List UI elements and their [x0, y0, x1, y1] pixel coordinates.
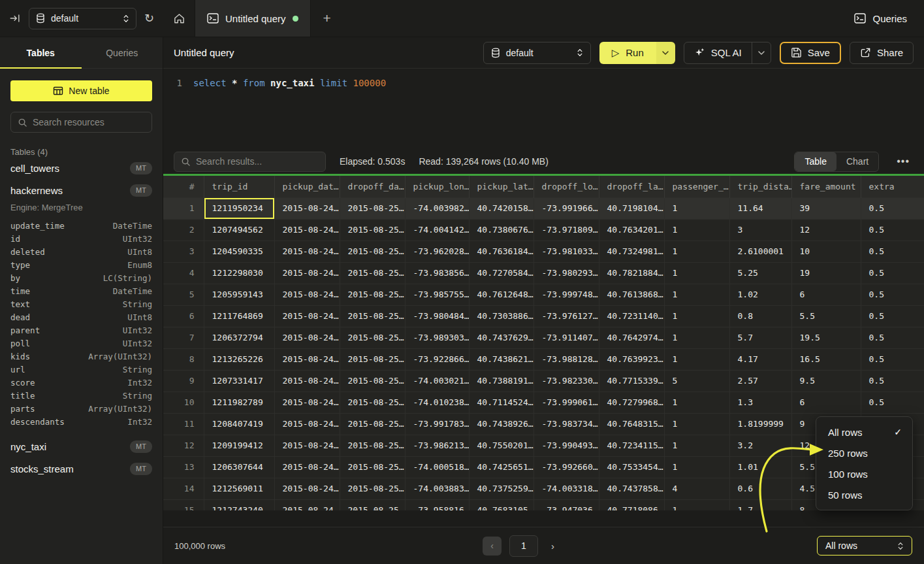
data-cell[interactable]: -73.981033…	[534, 241, 599, 262]
data-cell[interactable]: 1	[664, 456, 729, 478]
collapse-sidebar-icon[interactable]	[9, 12, 21, 24]
data-cell[interactable]: 1.8199999	[729, 413, 791, 435]
data-cell[interactable]: 0.5	[861, 348, 924, 370]
data-cell[interactable]: 1212743240	[204, 499, 274, 510]
column-header-pickup_lat[interactable]: pickup_lat…	[469, 176, 534, 197]
data-cell[interactable]: 2015-08-24…	[274, 262, 340, 284]
data-cell[interactable]: 1	[664, 499, 729, 510]
row-index-cell[interactable]: 5	[163, 284, 204, 305]
data-cell[interactable]: -73.971809…	[534, 219, 599, 241]
view-toggle-table[interactable]: Table	[795, 152, 836, 171]
row-index-cell[interactable]: 7	[163, 327, 204, 348]
data-cell[interactable]: -74.003883…	[405, 478, 469, 499]
save-button[interactable]: Save	[780, 42, 841, 64]
data-cell[interactable]: 2015-08-25…	[340, 499, 405, 510]
column-header-dropoff_da[interactable]: dropoff_da…	[340, 176, 405, 197]
data-cell[interactable]: 40.7437858…	[599, 478, 664, 499]
data-cell[interactable]: -74.004142…	[405, 219, 469, 241]
data-cell[interactable]: 1	[664, 262, 729, 284]
share-button[interactable]: Share	[850, 42, 914, 64]
data-cell[interactable]: 2015-08-24…	[274, 219, 340, 241]
data-cell[interactable]: 5	[664, 370, 729, 391]
data-cell[interactable]: 2015-08-24…	[274, 197, 340, 219]
data-cell[interactable]: 1204590335	[204, 241, 274, 262]
data-cell[interactable]: 1207494562	[204, 219, 274, 241]
data-cell[interactable]: 40.7279968…	[599, 391, 664, 413]
data-cell[interactable]: 40.7438621…	[469, 348, 534, 370]
data-cell[interactable]: 40.7114524…	[469, 391, 534, 413]
data-cell[interactable]: 0.5	[861, 241, 924, 262]
data-cell[interactable]: 2.57	[729, 370, 791, 391]
data-cell[interactable]: 40.7612648…	[469, 284, 534, 305]
data-cell[interactable]: 1206372794	[204, 327, 274, 348]
data-cell[interactable]: 40.7231140…	[599, 305, 664, 327]
data-cell[interactable]: 2.6100001	[729, 241, 791, 262]
row-index-cell[interactable]: 4	[163, 262, 204, 284]
sql-ai-caret[interactable]	[752, 42, 771, 63]
data-cell[interactable]: 0.5	[861, 327, 924, 348]
data-cell[interactable]: 5.25	[729, 262, 791, 284]
page-size-option-all-rows[interactable]: All rows✓	[816, 422, 912, 442]
data-cell[interactable]: 40.7438926…	[469, 413, 534, 435]
data-cell[interactable]: 2015-08-25…	[340, 284, 405, 305]
row-index-cell[interactable]: 14	[163, 478, 204, 499]
data-cell[interactable]: -74.003982…	[405, 197, 469, 219]
data-cell[interactable]: 39	[791, 197, 861, 219]
row-index-cell[interactable]: 10	[163, 391, 204, 413]
data-cell[interactable]: 16.5	[791, 348, 861, 370]
column-header-passenger_[interactable]: passenger_…	[664, 176, 729, 197]
data-cell[interactable]: 0.6	[729, 478, 791, 499]
data-cell[interactable]: 2015-08-24…	[274, 391, 340, 413]
data-cell[interactable]: 1	[664, 197, 729, 219]
data-cell[interactable]: 0.8	[729, 305, 791, 327]
data-cell[interactable]: 40.7821884…	[599, 262, 664, 284]
data-cell[interactable]: 2015-08-25…	[340, 478, 405, 499]
data-cell[interactable]: 40.7198104…	[599, 197, 664, 219]
row-index-cell[interactable]: 11	[163, 413, 204, 435]
data-cell[interactable]: 40.7437629…	[469, 327, 534, 348]
data-cell[interactable]: -73.922866…	[405, 348, 469, 370]
data-cell[interactable]: -74.003021…	[405, 370, 469, 391]
data-cell[interactable]: 2015-08-24…	[274, 478, 340, 499]
data-cell[interactable]: -73.947036…	[534, 499, 599, 510]
refresh-icon[interactable]: ↻	[144, 11, 154, 25]
data-cell[interactable]: 1208407419	[204, 413, 274, 435]
data-cell[interactable]: 3.2	[729, 435, 791, 456]
search-results-input[interactable]	[196, 156, 319, 167]
row-index-cell[interactable]: 9	[163, 370, 204, 391]
data-cell[interactable]: 2015-08-24…	[274, 499, 340, 510]
data-cell[interactable]: 19	[791, 262, 861, 284]
data-cell[interactable]: 4.17	[729, 348, 791, 370]
data-cell[interactable]: -73.976127…	[534, 305, 599, 327]
column-header-pickup_lon[interactable]: pickup_lon…	[405, 176, 469, 197]
data-cell[interactable]: 1.02	[729, 284, 791, 305]
data-cell[interactable]: 11.64	[729, 197, 791, 219]
data-cell[interactable]: 1	[664, 241, 729, 262]
data-cell[interactable]: 2015-08-24…	[274, 284, 340, 305]
database-selector[interactable]: default	[29, 8, 136, 29]
data-cell[interactable]: -73.983734…	[534, 413, 599, 435]
data-cell[interactable]: 40.7613868…	[599, 284, 664, 305]
data-cell[interactable]: 5.7	[729, 327, 791, 348]
data-cell[interactable]: 1206307644	[204, 456, 274, 478]
data-cell[interactable]: -73.982330…	[534, 370, 599, 391]
data-cell[interactable]: 2015-08-25…	[340, 262, 405, 284]
data-cell[interactable]: 2015-08-24…	[274, 413, 340, 435]
data-cell[interactable]: -73.980484…	[405, 305, 469, 327]
data-cell[interactable]: 1209199412	[204, 435, 274, 456]
data-cell[interactable]: 2015-08-25…	[340, 391, 405, 413]
data-cell[interactable]: 2015-08-25…	[340, 327, 405, 348]
page-size-option-50-rows[interactable]: 50 rows	[816, 484, 912, 505]
data-cell[interactable]: 1211764869	[204, 305, 274, 327]
data-cell[interactable]: 6	[791, 391, 861, 413]
data-cell[interactable]: 0.5	[861, 284, 924, 305]
page-size-option-100-rows[interactable]: 100 rows	[816, 463, 912, 484]
data-cell[interactable]: 12	[791, 219, 861, 241]
data-cell[interactable]: -73.992660…	[534, 456, 599, 478]
data-cell[interactable]: 4	[664, 478, 729, 499]
data-cell[interactable]: -73.989303…	[405, 327, 469, 348]
data-cell[interactable]: 40.7718086…	[599, 499, 664, 510]
column-header-dropoff_la[interactable]: dropoff_la…	[599, 176, 664, 197]
data-cell[interactable]: 1	[664, 327, 729, 348]
row-index-cell[interactable]: 12	[163, 435, 204, 456]
